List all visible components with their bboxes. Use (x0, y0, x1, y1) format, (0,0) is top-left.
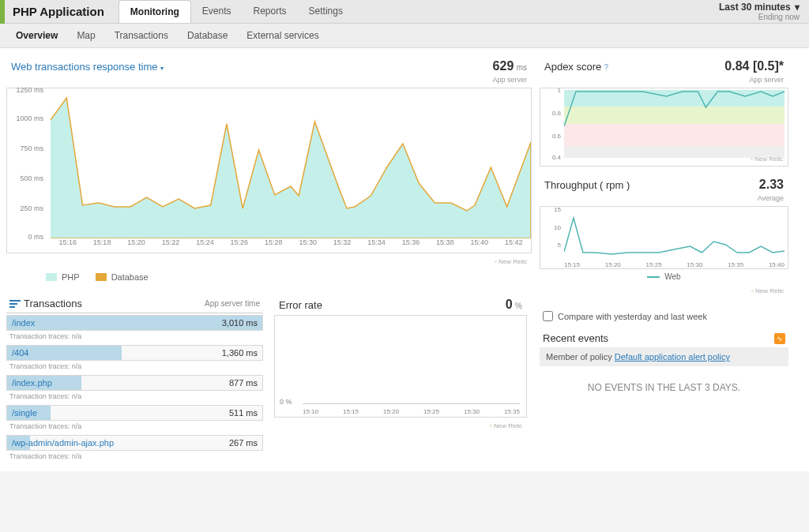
transactions-right-label: App server time (205, 299, 260, 308)
response-time-title[interactable]: Web transactions response time ▾ (11, 61, 164, 73)
events-empty: NO EVENTS IN THE LAST 3 DAYS. (540, 366, 788, 409)
tab-settings[interactable]: Settings (298, 0, 354, 23)
tab-reports[interactable]: Reports (243, 0, 298, 23)
chevron-down-icon: ▾ (160, 65, 164, 72)
tab-events[interactable]: Events (191, 0, 243, 23)
error-rate-chart[interactable]: 0 % 15:1015:1515:2015:2515:3015:35 (274, 315, 527, 418)
apdex-title: Apdex score (544, 61, 601, 73)
transactions-title: Transactions (24, 298, 82, 309)
compare-checkbox-row[interactable]: Compare with yesterday and last week (540, 303, 788, 329)
svg-rect-0 (9, 300, 21, 302)
time-range-picker[interactable]: Last 30 minutes ▾ Ending now (719, 2, 809, 21)
transaction-trace-label: Transaction traces: n/a (6, 421, 263, 433)
subnav-map[interactable]: Map (77, 30, 95, 41)
subnav-transactions[interactable]: Transactions (115, 30, 168, 41)
recent-events-panel: Recent events ∿ Member of policy Default… (540, 329, 788, 409)
transaction-trace-label: Transaction traces: n/a (6, 331, 263, 343)
legend-item-database[interactable]: Database (96, 272, 149, 282)
x-axis: 15:1615:1815:2015:2215:2415:2615:2815:30… (51, 238, 531, 253)
top-header: PHP Application Monitoring Events Report… (0, 0, 809, 24)
svg-rect-1 (9, 303, 17, 305)
response-time-chart[interactable]: 1250 ms 1000 ms 750 ms 500 ms 250 ms 0 m… (6, 88, 532, 253)
svg-rect-2 (9, 306, 15, 308)
compare-checkbox[interactable] (543, 311, 553, 321)
subnav-external[interactable]: External services (246, 30, 318, 41)
subnav-overview[interactable]: Overview (16, 30, 58, 41)
throughput-panel: Throughput ( rpm ) 2.33Average 15 10 5 1… (540, 174, 788, 295)
policy-link[interactable]: Default application alert policy (615, 352, 730, 362)
transactions-panel: Transactions App server time /index3,010… (6, 294, 263, 463)
transaction-trace-label: Transaction traces: n/a (6, 451, 263, 463)
tab-monitoring[interactable]: Monitoring (119, 0, 191, 23)
compare-label: Compare with yesterday and last week (558, 312, 707, 321)
error-rate-title: Error rate (279, 299, 322, 311)
transaction-row[interactable]: /index3,010 ms (6, 315, 263, 331)
rss-icon[interactable]: ∿ (774, 333, 785, 344)
legend-item-php[interactable]: PHP (46, 272, 80, 282)
transaction-trace-label: Transaction traces: n/a (6, 361, 263, 373)
sub-nav: Overview Map Transactions Database Exter… (0, 24, 809, 48)
events-policy-row: Member of policy Default application ale… (540, 347, 788, 366)
main-tabs: Monitoring Events Reports Settings (119, 0, 354, 23)
transaction-trace-label: Transaction traces: n/a (6, 391, 263, 403)
app-title: PHP Application (5, 5, 119, 18)
recent-events-title: Recent events (543, 332, 608, 344)
response-time-panel: Web transactions response time ▾ 629 ms … (6, 56, 532, 287)
transaction-row[interactable]: /4041,360 ms (6, 345, 263, 361)
content: Web transactions response time ▾ 629 ms … (0, 48, 809, 471)
newrelic-logo: New Relic (751, 287, 784, 294)
throughput-legend: Web (540, 269, 788, 284)
apdex-panel: Apdex score ? 0.84 [0.5]*App server 1 0.… (540, 56, 788, 167)
help-icon[interactable]: ? (604, 63, 609, 72)
svg-rect-5 (564, 124, 785, 147)
newrelic-logo: New Relic (490, 422, 522, 429)
time-range-label: Last 30 minutes (719, 2, 791, 13)
time-range-sub: Ending now (719, 13, 800, 21)
response-time-legend: PHP Database (6, 268, 532, 287)
svg-rect-3 (564, 90, 785, 107)
bars-icon (9, 300, 21, 308)
error-rate-panel: Error rate 0 % 0 % 15:1015:1515:2015:251… (274, 294, 527, 463)
transaction-row[interactable]: /index.php877 ms (6, 375, 263, 391)
transaction-row[interactable]: /wp-admin/admin-ajax.php267 ms (6, 435, 263, 451)
subnav-database[interactable]: Database (187, 30, 228, 41)
apdex-chart[interactable]: 1 0.8 0.6 0.4 New Relic (540, 88, 788, 167)
newrelic-logo: New Relic (495, 258, 527, 265)
newrelic-logo: New Relic (751, 155, 783, 163)
response-time-value: 629 (493, 59, 514, 73)
svg-rect-4 (564, 107, 785, 124)
throughput-title: Throughput ( rpm ) (544, 179, 630, 191)
transaction-row[interactable]: /single511 ms (6, 405, 263, 421)
throughput-chart[interactable]: 15 10 5 15:1515:2015:2515:3015:3515:40 (540, 206, 788, 269)
chevron-down-icon: ▾ (795, 2, 800, 13)
